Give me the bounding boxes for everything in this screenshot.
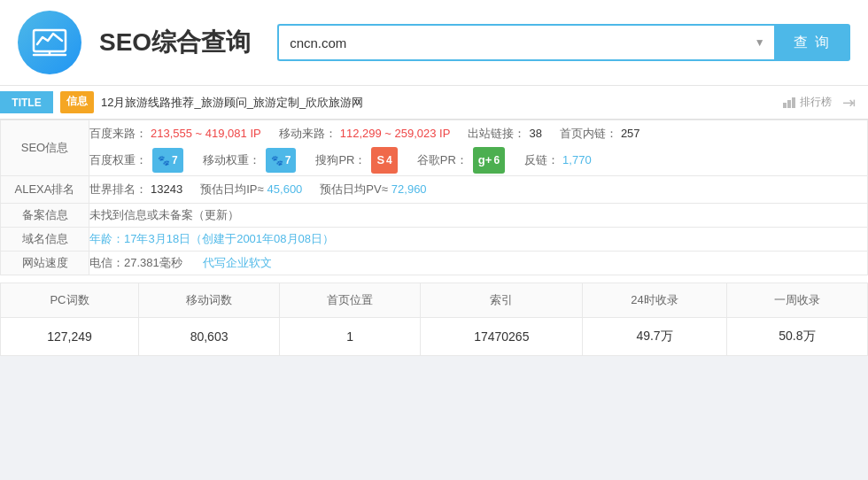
google-pr-badge: g+ 6 (473, 147, 505, 174)
mobile-traffic-item: 移动来路： 112,299 ~ 259,023 IP (279, 122, 451, 145)
stats-position-value: 1 (280, 318, 421, 356)
baidu-weight-item: 百度权重： 🐾 7 (89, 148, 185, 173)
backlinks-item: 反链： 1,770 (524, 149, 592, 172)
record-content: 未找到信息或未备案（更新） (89, 204, 868, 228)
seo-weight-line: 百度权重： 🐾 7 移动权重： 🐾 7 搜狗 (89, 147, 867, 174)
page-title: 12月旅游线路推荐_旅游顾问_旅游定制_欣欣旅游网 (101, 95, 782, 111)
daily-pv-value: 72,960 (391, 178, 427, 201)
stats-col-mobile: 移动词数 (138, 283, 279, 318)
inner-links-value: 257 (621, 122, 640, 145)
rank-label: 排行榜 (800, 95, 832, 110)
mobile-weight-value: 7 (285, 150, 291, 171)
svg-rect-5 (792, 97, 795, 108)
daily-ip-item: 预估日均IP≈ 45,600 (200, 178, 302, 201)
dropdown-arrow-icon[interactable]: ▼ (755, 36, 765, 49)
alexa-line: 世界排名： 13243 预估日均IP≈ 45,600 预估日均PV≈ 72,96… (89, 178, 867, 201)
title-bar: TITLE 信息 12月旅游线路推荐_旅游顾问_旅游定制_欣欣旅游网 排行榜 ⇥ (0, 86, 868, 120)
stats-pc-value: 127,249 (1, 318, 139, 356)
title-right-actions: 排行榜 ⇥ (782, 93, 856, 112)
stats-mobile-value: 80,603 (138, 318, 279, 356)
daily-pv-label: 预估日均PV≈ (320, 178, 387, 201)
logo (18, 11, 81, 74)
record-row: 备案信息 未找到信息或未备案（更新） (1, 204, 868, 228)
speed-label: 网站速度 (1, 252, 89, 275)
mobile-weight-label: 移动权重： (203, 149, 260, 172)
mobile-weight-badge: 🐾 7 (266, 148, 297, 173)
baidu-weight-label: 百度权重： (89, 149, 147, 172)
site-title: SEO综合查询 (99, 26, 251, 59)
sogou-pr-value: 4 (386, 150, 392, 171)
backlinks-value: 1,770 (562, 149, 592, 172)
baidu-traffic-label: 百度来路： (89, 122, 147, 145)
search-input[interactable] (277, 24, 773, 61)
stats-col-pc: PC词数 (1, 283, 139, 318)
world-rank-value: 13243 (151, 178, 182, 201)
rank-button[interactable]: 排行榜 (782, 95, 832, 110)
svg-rect-3 (783, 103, 787, 108)
speed-row: 网站速度 电信：27.381毫秒 代写企业软文 (1, 252, 868, 275)
alexa-label: ALEXA排名 (1, 176, 89, 204)
daily-ip-label: 预估日均IP≈ (200, 178, 263, 201)
google-pr-value: 6 (493, 150, 500, 171)
sogou-pr-item: 搜狗PR： S 4 (315, 147, 399, 174)
seo-traffic-line: 百度来路： 213,555 ~ 419,081 IP 移动来路： 112,299… (89, 122, 867, 145)
search-button[interactable]: 查 询 (774, 24, 850, 61)
google-pr-label: 谷歌PR： (417, 149, 468, 172)
search-area: ▼ 查 询 (277, 24, 850, 61)
seo-info-label: SEO信息 (1, 120, 89, 176)
baidu-traffic-item: 百度来路： 213,555 ~ 419,081 IP (89, 122, 261, 145)
stats-data-row: 127,249 80,603 1 17470265 49.7万 50.8万 (1, 318, 868, 356)
outlinks-item: 出站链接： 38 (468, 122, 541, 145)
stats-col-week: 一周收录 (726, 283, 867, 318)
world-rank-label: 世界排名： (89, 178, 147, 201)
outlinks-value: 38 (529, 122, 541, 145)
sogou-pr-badge: S 4 (371, 147, 397, 174)
sogou-pr-label: 搜狗PR： (315, 149, 366, 172)
seo-info-content: 百度来路： 213,555 ~ 419,081 IP 移动来路： 112,299… (89, 120, 868, 176)
mobile-weight-item: 移动权重： 🐾 7 (203, 148, 298, 173)
backlinks-label: 反链： (524, 149, 559, 172)
stats-week-value: 50.8万 (726, 318, 867, 356)
stats-thead: PC词数 移动词数 首页位置 索引 24时收录 一周收录 (1, 283, 868, 318)
alexa-content: 世界排名： 13243 预估日均IP≈ 45,600 预估日均PV≈ 72,96… (89, 176, 868, 204)
daily-pv-item: 预估日均PV≈ 72,960 (320, 178, 426, 201)
stats-table: PC词数 移动词数 首页位置 索引 24时收录 一周收录 127,249 80,… (0, 283, 868, 356)
stats-24h-value: 49.7万 (583, 318, 727, 356)
stats-header-row: PC词数 移动词数 首页位置 索引 24时收录 一周收录 (1, 283, 868, 318)
title-badge: TITLE (0, 91, 53, 113)
stats-col-index: 索引 (421, 283, 583, 318)
mobile-traffic-value: 112,299 ~ 259,023 IP (340, 122, 451, 145)
mobile-traffic-label: 移动来路： (279, 122, 337, 145)
stats-index-value: 17470265 (421, 318, 583, 356)
header: SEO综合查询 ▼ 查 询 (0, 0, 868, 86)
svg-rect-4 (787, 100, 791, 108)
baidu-weight-value: 7 (172, 150, 178, 171)
alexa-row: ALEXA排名 世界排名： 13243 预估日均IP≈ 45,600 预估日均P… (1, 176, 868, 204)
daily-ip-value: 45,600 (267, 178, 303, 201)
google-pr-item: 谷歌PR： g+ 6 (417, 147, 507, 174)
domain-content: 年龄：17年3月18日（创建于2001年08月08日） (89, 228, 868, 252)
record-text: 未找到信息或未备案（更新） (89, 208, 239, 221)
world-rank-item: 世界排名： 13243 (89, 178, 182, 201)
speed-link[interactable]: 代写企业软文 (203, 256, 272, 269)
stats-tbody: 127,249 80,603 1 17470265 49.7万 50.8万 (1, 318, 868, 356)
domain-label: 域名信息 (1, 228, 89, 252)
inner-links-label: 首页内链： (560, 122, 617, 145)
speed-content: 电信：27.381毫秒 代写企业软文 (89, 252, 868, 275)
info-badge: 信息 (60, 91, 94, 113)
info-table: SEO信息 百度来路： 213,555 ~ 419,081 IP 移动来路： 1… (0, 120, 868, 275)
domain-row: 域名信息 年龄：17年3月18日（创建于2001年08月08日） (1, 228, 868, 252)
domain-text: 年龄：17年3月18日（创建于2001年08月08日） (89, 232, 334, 245)
outlinks-label: 出站链接： (468, 122, 525, 145)
record-label: 备案信息 (1, 204, 89, 228)
main-content: SEO信息 百度来路： 213,555 ~ 419,081 IP 移动来路： 1… (0, 120, 868, 356)
speed-text: 电信：27.381毫秒 (89, 256, 182, 269)
stats-col-24h: 24时收录 (583, 283, 727, 318)
baidu-weight-badge: 🐾 7 (152, 148, 183, 173)
baidu-traffic-value: 213,555 ~ 419,081 IP (151, 122, 261, 145)
rank-icon (782, 96, 796, 110)
share-icon[interactable]: ⇥ (842, 93, 856, 112)
inner-links-item: 首页内链： 257 (560, 122, 640, 145)
search-input-wrap: ▼ (277, 24, 773, 61)
seo-info-row: SEO信息 百度来路： 213,555 ~ 419,081 IP 移动来路： 1… (1, 120, 868, 176)
